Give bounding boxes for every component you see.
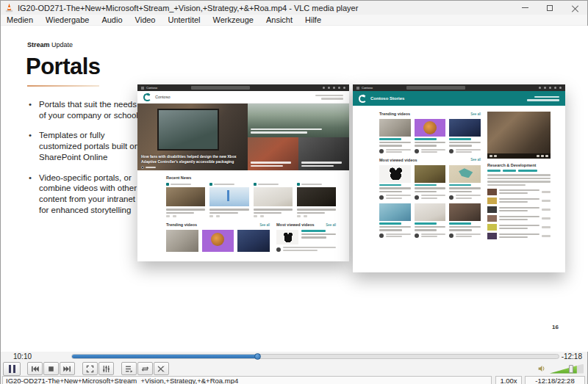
- minimize-button[interactable]: [512, 1, 537, 15]
- more-cards: [379, 203, 481, 239]
- menu-bar: Medien Wiedergabe Audio Video Untertitel…: [1, 15, 587, 26]
- status-time[interactable]: -12:18/22:28: [525, 376, 585, 384]
- portal-topbar: Contoso: [137, 84, 349, 91]
- loop-button[interactable]: [137, 362, 153, 375]
- bullet-item: Templates or fully customized portals bu…: [29, 130, 140, 162]
- playlist-item: [487, 233, 551, 239]
- close-icon: [572, 4, 578, 11]
- search-input: [406, 86, 465, 90]
- seek-slider[interactable]: [71, 354, 559, 359]
- section-recent-news: Recent News: [166, 175, 191, 180]
- pause-icon: [9, 365, 15, 373]
- title-bar[interactable]: IG20-OD271-The+New+Microsoft+Stream_+Vis…: [1, 1, 587, 15]
- time-remaining[interactable]: -12:18: [562, 352, 582, 361]
- shuffle-button[interactable]: [154, 362, 169, 375]
- next-button[interactable]: [60, 362, 75, 375]
- previous-button[interactable]: [27, 362, 43, 375]
- video-card: [415, 119, 446, 154]
- menu-wiedergabe[interactable]: Wiedergabe: [46, 15, 89, 24]
- status-bar: IG20-OD271-The+New+Microsoft+Stream_+Vis…: [1, 376, 587, 384]
- playlist-item: [487, 189, 551, 195]
- fullscreen-button[interactable]: [82, 362, 98, 375]
- placeholder-paragraph: [487, 174, 551, 186]
- playlist-button[interactable]: [121, 362, 137, 375]
- news-card: [166, 183, 205, 217]
- header-links: [527, 96, 559, 101]
- playlist-icon: [124, 364, 134, 374]
- portal-brand: Contoso Stories: [370, 96, 404, 101]
- portal-header: Contoso: [137, 91, 349, 104]
- stop-button[interactable]: [43, 362, 59, 375]
- menu-hilfe[interactable]: Hilfe: [305, 15, 321, 24]
- slide-eyebrow-rest: Update: [50, 41, 74, 48]
- see-all-link: See all: [326, 223, 336, 227]
- volume-slider[interactable]: [550, 364, 584, 374]
- placeholder-lines: [301, 162, 342, 168]
- control-bar: [1, 361, 587, 376]
- hero-tile-turbines: [248, 104, 349, 137]
- section-most-viewed: Most viewed videos: [276, 222, 315, 227]
- menu-medien[interactable]: Medien: [7, 15, 33, 24]
- news-card: [297, 183, 336, 217]
- video-area[interactable]: Stream Update Portals Portals that suit …: [1, 26, 588, 352]
- hero-section: How fans with disabilities helped design…: [137, 104, 349, 170]
- waffle-icon: [141, 87, 144, 90]
- waffle-icon: [356, 87, 359, 90]
- shuffle-icon: [157, 364, 166, 374]
- news-card: [254, 183, 293, 217]
- header-links: [315, 95, 343, 100]
- equalizer-icon: [101, 364, 111, 374]
- topbar-icons: [539, 87, 562, 89]
- maximize-button[interactable]: [537, 1, 562, 15]
- stop-icon: [46, 364, 56, 374]
- playback-speed[interactable]: 1.00x: [495, 376, 522, 384]
- menu-audio[interactable]: Audio: [101, 15, 122, 24]
- speaker-icon[interactable]: [537, 364, 547, 373]
- see-all-link: See all: [470, 158, 481, 162]
- section-trending: Trending videos: [166, 222, 197, 227]
- close-button[interactable]: [562, 1, 587, 15]
- video-card: [449, 203, 481, 239]
- featured-video-player: [487, 112, 551, 159]
- loop-icon: [140, 364, 150, 374]
- seek-row: 10:10 -12:18: [1, 352, 587, 361]
- time-elapsed: 10:10: [13, 352, 32, 361]
- menu-video[interactable]: Video: [135, 15, 156, 24]
- trending-thumbnails: [166, 230, 270, 252]
- hero-tile-story2: [298, 137, 349, 171]
- bullet-item: Portals that suit the needs of your comp…: [29, 99, 140, 120]
- slide-eyebrow: Stream Update: [27, 41, 73, 48]
- video-player-controls: [487, 153, 551, 159]
- video-card: [415, 203, 446, 239]
- fullscreen-icon: [85, 364, 95, 374]
- search-input: [191, 86, 250, 90]
- placeholder-lines: [251, 128, 322, 135]
- hero-tile-story1: [248, 137, 298, 171]
- playlist-item: [487, 206, 551, 213]
- seek-handle[interactable]: [254, 353, 261, 360]
- menu-ansicht[interactable]: Ansicht: [266, 15, 293, 24]
- playlist: [487, 189, 551, 239]
- menu-werkzeuge[interactable]: Werkzeuge: [213, 15, 254, 24]
- playlist-item: [487, 215, 551, 222]
- bullet-item: Video-specific portals, or combine video…: [29, 173, 140, 216]
- status-filename: IG20-OD271-The+New+Microsoft+Stream_+Vis…: [2, 376, 492, 384]
- vlc-window: IG20-OD271-The+New+Microsoft+Stream_+Vis…: [0, 0, 588, 384]
- playlist-item: [487, 198, 551, 204]
- portal-header-teal: Contoso Stories: [353, 91, 565, 106]
- volume-handle[interactable]: [569, 365, 573, 373]
- video-card: [379, 203, 411, 239]
- section-research: Research & Development: [487, 163, 551, 167]
- pause-button[interactable]: [3, 362, 21, 376]
- window-title: IG20-OD271-The+New+Microsoft+Stream_+Vis…: [18, 4, 358, 12]
- extended-settings-button[interactable]: [98, 362, 114, 375]
- slide-title: Portals: [26, 54, 101, 80]
- most-viewed-card: [276, 230, 336, 244]
- hero-caption: How fans with disabilities helped design…: [141, 154, 242, 164]
- trending-cards: [379, 119, 481, 154]
- menu-untertitel[interactable]: Untertitel: [168, 15, 200, 24]
- video-thumbnail: [237, 230, 270, 252]
- video-thumbnail: [276, 230, 298, 244]
- hero-video-tile: How fans with disabilities helped design…: [137, 104, 248, 170]
- video-card: [379, 119, 411, 154]
